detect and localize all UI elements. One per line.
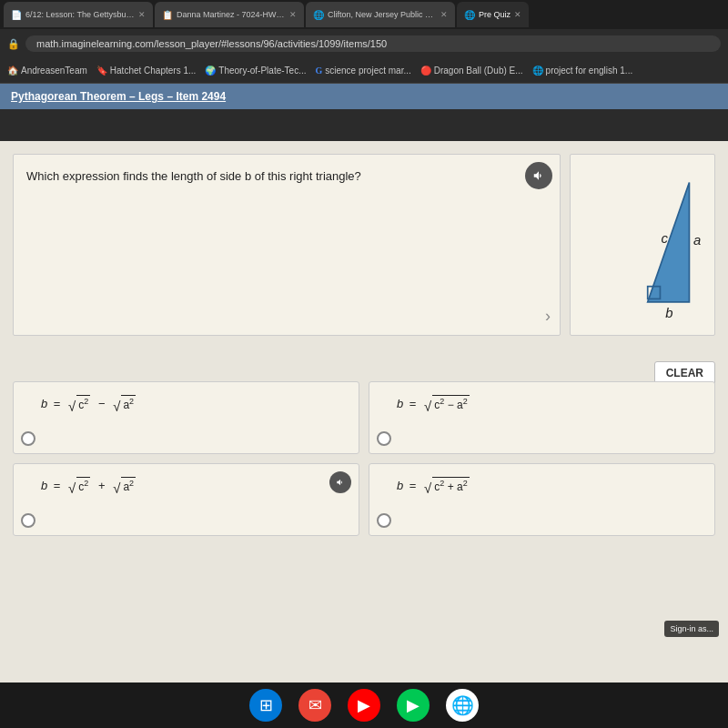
address-bar[interactable]: math.imaginelearning.com/lesson_player/#… [25, 35, 721, 52]
tab-4-close[interactable]: ✕ [514, 10, 521, 19]
taskbar-chrome-icon[interactable]: 🌐 [446, 689, 479, 722]
bookmark-science[interactable]: G science project mar... [315, 66, 410, 76]
choice-c-sqrt1: √ c2 [68, 477, 90, 495]
choice-c-eq: = [50, 479, 64, 492]
triangle-panel: c a b [570, 154, 715, 336]
bookmark-dragonball[interactable]: 🔴 Dragon Ball (Dub) E... [420, 66, 523, 76]
tab-3-close[interactable]: ✕ [440, 10, 448, 19]
bookmark-theory-icon: 🌍 [205, 66, 216, 76]
question-audio-button[interactable] [525, 162, 552, 189]
side-c-label: c [662, 231, 669, 246]
choice-d-eq: = [406, 479, 420, 492]
browser-chrome: 📄 6/12: Lesson: The Gettysburg... ✕ 📋 Da… [0, 0, 728, 141]
tab-4-icon: 🌐 [464, 10, 475, 20]
tab-2-close[interactable]: ✕ [289, 10, 297, 19]
bookmark-science-label: science project mar... [325, 66, 410, 76]
bookmark-hatchet-label: Hatchet Chapters 1... [110, 66, 197, 76]
bookmark-english-icon: 🌐 [532, 66, 543, 76]
question-panel: Which expression finds the length of sid… [13, 154, 561, 336]
taskbar: ⊞ ✉ ▶ ▶ 🌐 [0, 682, 728, 728]
choice-c-b: b [41, 479, 47, 492]
bookmark-hatchet-icon: 🔖 [96, 66, 107, 76]
choice-d-sqrt: √ c2 + a2 [424, 477, 470, 495]
tab-2-label: Danna Martinez - 7024-HW: T... [177, 10, 286, 19]
bookmark-english[interactable]: 🌐 project for english 1... [532, 66, 633, 76]
bookmarks-bar: 🏠 AndreasenTeam 🔖 Hatchet Chapters 1... … [0, 58, 728, 84]
choice-b-eq: = [406, 397, 420, 410]
tab-4[interactable]: 🌐 Pre Quiz ✕ [457, 2, 529, 27]
choice-c-audio-button[interactable] [329, 471, 351, 493]
choice-d-expression: b = √ c2 + a2 [397, 477, 471, 495]
tab-1-icon: 📄 [11, 10, 22, 20]
choice-a-minus: − [95, 397, 108, 410]
answer-choice-d: b = √ c2 + a2 [369, 463, 715, 536]
tab-3[interactable]: 🌐 Clifton, New Jersey Public Sc... ✕ [306, 2, 455, 27]
choice-b-sqrt: √ c2 − a2 [424, 395, 470, 413]
lock-icon: 🔒 [7, 38, 20, 50]
bookmark-hatchet[interactable]: 🔖 Hatchet Chapters 1... [96, 66, 197, 76]
tab-2-icon: 📋 [162, 10, 173, 20]
tab-3-icon: 🌐 [313, 10, 324, 20]
bookmark-theory[interactable]: 🌍 Theory-of-Plate-Tec... [205, 66, 306, 76]
choice-a-sqrt2: √ a2 [113, 395, 136, 413]
tab-bar: 📄 6/12: Lesson: The Gettysburg... ✕ 📋 Da… [0, 0, 728, 29]
side-a-label: a [693, 233, 701, 248]
triangle-diagram: c a b [579, 172, 706, 318]
side-b-label: b [665, 306, 672, 318]
bookmark-dragonball-icon: 🔴 [420, 66, 431, 76]
bookmark-andreasen[interactable]: 🏠 AndreasenTeam [7, 66, 87, 76]
answer-choice-b: b = √ c2 − a2 [369, 381, 715, 454]
bookmark-theory-label: Theory-of-Plate-Tec... [218, 66, 306, 76]
answer-choice-a: b = √ c2 − √ a2 [13, 381, 359, 454]
signin-overlay: Sign-in as... [664, 621, 719, 637]
bookmark-science-icon: G [315, 66, 322, 76]
taskbar-windows-icon[interactable]: ⊞ [249, 689, 282, 722]
choice-d-radio[interactable] [377, 513, 391, 528]
bookmark-english-label: project for english 1... [546, 66, 633, 76]
page-header-title: Pythagorean Theorem – Legs – Item 2494 [11, 90, 226, 103]
tab-3-label: Clifton, New Jersey Public Sc... [328, 10, 437, 19]
tab-1[interactable]: 📄 6/12: Lesson: The Gettysburg... ✕ [4, 2, 153, 27]
content-area: Which expression finds the length of sid… [0, 141, 728, 682]
bookmark-dragonball-label: Dragon Ball (Dub) E... [434, 66, 523, 76]
choice-c-radio[interactable] [21, 513, 35, 528]
choice-a-eq: = [50, 397, 64, 410]
taskbar-youtube-icon[interactable]: ▶ [348, 689, 380, 722]
choice-c-expression: b = √ c2 + √ a2 [41, 477, 137, 495]
choice-b-radio[interactable] [377, 431, 391, 446]
tab-4-label: Pre Quiz [479, 10, 511, 19]
choice-a-radio[interactable] [21, 431, 35, 446]
address-bar-row: 🔒 math.imaginelearning.com/lesson_player… [0, 29, 728, 58]
tab-1-close[interactable]: ✕ [138, 10, 146, 19]
taskbar-mail-icon[interactable]: ✉ [298, 689, 331, 722]
choice-a-expression: b = √ c2 − √ a2 [41, 395, 137, 413]
choice-b-expression: b = √ c2 − a2 [397, 395, 471, 413]
bookmark-andreasen-label: AndreasenTeam [21, 66, 87, 76]
choice-a-b: b [41, 397, 47, 410]
tab-1-label: 6/12: Lesson: The Gettysburg... [25, 10, 135, 19]
choice-c-sqrt2: √ a2 [113, 477, 136, 495]
svg-marker-0 [648, 182, 690, 301]
page-wrapper: 📄 6/12: Lesson: The Gettysburg... ✕ 📋 Da… [0, 0, 728, 728]
taskbar-play-icon[interactable]: ▶ [397, 689, 430, 722]
answer-choice-c: b = √ c2 + √ a2 [13, 463, 359, 536]
bookmark-andreasen-icon: 🏠 [7, 66, 18, 76]
question-area: Which expression finds the length of sid… [13, 154, 715, 336]
choice-c-plus: + [95, 479, 108, 492]
chevron-right-icon: › [545, 307, 551, 326]
question-text: Which expression finds the length of sid… [26, 169, 361, 183]
choice-b-b: b [397, 397, 403, 410]
choice-a-sqrt1: √ c2 [68, 395, 90, 413]
choice-d-b: b [397, 479, 403, 492]
answer-choices: b = √ c2 − √ a2 b [13, 381, 715, 536]
page-header: Pythagorean Theorem – Legs – Item 2494 [0, 84, 728, 109]
tab-2[interactable]: 📋 Danna Martinez - 7024-HW: T... ✕ [155, 2, 304, 27]
